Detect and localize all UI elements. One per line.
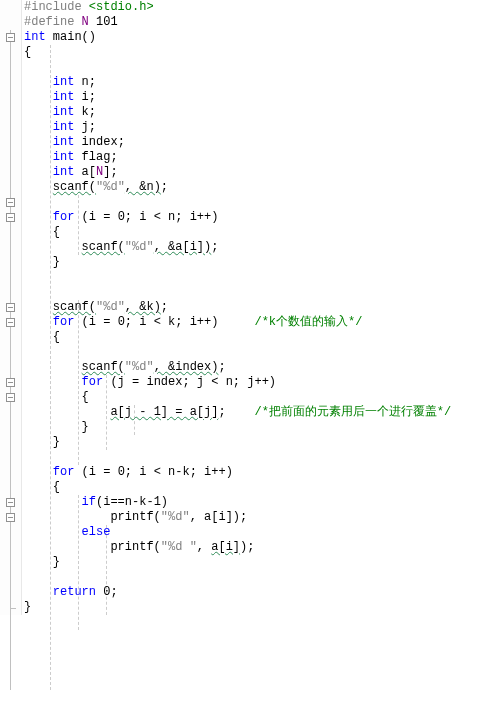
code-line: a[j - 1] = a[j]; /*把前面的元素用后一个进行覆盖*/ — [24, 405, 500, 420]
code-line: { — [24, 45, 500, 60]
code-area: #include <stdio.h>#define N 101int main(… — [22, 0, 500, 615]
code-line: } — [24, 420, 500, 435]
code-line: int j; — [24, 120, 500, 135]
fold-toggle[interactable] — [6, 498, 15, 507]
code-line — [24, 450, 500, 465]
code-line — [24, 195, 500, 210]
code-line: for (i = 0; i < n; i++) — [24, 210, 500, 225]
code-line: { — [24, 330, 500, 345]
code-editor: #include <stdio.h>#define N 101int main(… — [0, 0, 500, 615]
code-line: scanf("%d", &index); — [24, 360, 500, 375]
fold-toggle[interactable] — [6, 378, 15, 387]
fold-toggle[interactable] — [6, 198, 15, 207]
code-line: { — [24, 390, 500, 405]
code-line: int i; — [24, 90, 500, 105]
code-line: { — [24, 225, 500, 240]
code-line: #include <stdio.h> — [24, 0, 500, 15]
code-line: int a[N]; — [24, 165, 500, 180]
fold-toggle[interactable] — [6, 33, 15, 42]
code-line: else — [24, 525, 500, 540]
code-line: for (i = 0; i < k; i++) /*k个数值的输入*/ — [24, 315, 500, 330]
code-line: for (i = 0; i < n-k; i++) — [24, 465, 500, 480]
code-line — [24, 270, 500, 285]
fold-toggle[interactable] — [6, 513, 15, 522]
code-line — [24, 60, 500, 75]
code-line: { — [24, 480, 500, 495]
code-line: int k; — [24, 105, 500, 120]
code-line: int n; — [24, 75, 500, 90]
code-line: scanf("%d", &k); — [24, 300, 500, 315]
fold-toggle[interactable] — [6, 318, 15, 327]
code-line: #define N 101 — [24, 15, 500, 30]
fold-toggle[interactable] — [6, 213, 15, 222]
code-line: scanf("%d", &n); — [24, 180, 500, 195]
code-line: } — [24, 435, 500, 450]
code-line: printf("%d", a[i]); — [24, 510, 500, 525]
code-line: for (j = index; j < n; j++) — [24, 375, 500, 390]
code-line — [24, 345, 500, 360]
code-line — [24, 285, 500, 300]
code-line: } — [24, 555, 500, 570]
code-line — [24, 570, 500, 585]
code-line: if(i==n-k-1) — [24, 495, 500, 510]
fold-toggle[interactable] — [6, 303, 15, 312]
code-line: int flag; — [24, 150, 500, 165]
code-line: int main() — [24, 30, 500, 45]
code-line: int index; — [24, 135, 500, 150]
code-line: printf("%d ", a[i]); — [24, 540, 500, 555]
code-line: scanf("%d", &a[i]); — [24, 240, 500, 255]
code-line: } — [24, 255, 500, 270]
code-line: return 0; — [24, 585, 500, 600]
gutter — [0, 0, 22, 615]
fold-toggle[interactable] — [6, 393, 15, 402]
code-line: } — [24, 600, 500, 615]
